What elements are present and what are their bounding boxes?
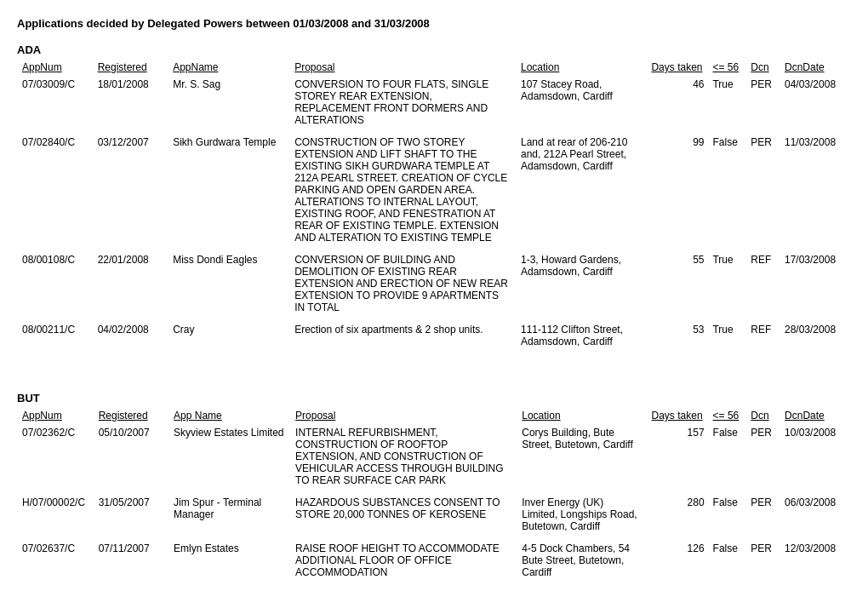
cell-appnum: 08/00108/C: [17, 252, 93, 315]
spacer-row: [17, 488, 851, 495]
cell-days: 280: [647, 495, 708, 534]
cell-proposal: Erection of six apartments & 2 shop unit…: [289, 322, 516, 349]
cell-proposal: INTERNAL REFURBISHMENT, CONSTRUCTION OF …: [290, 425, 517, 488]
cell-le56: True: [707, 252, 745, 315]
col-header-dcn: Dcn: [745, 408, 779, 425]
section-header-ada: ADA: [17, 43, 851, 56]
col-header-days_taken: Days taken: [647, 408, 708, 425]
cell-le56: False: [708, 495, 746, 534]
cell-appname: Mr. S. Sag: [168, 77, 289, 128]
cell-dcn: PER: [745, 495, 779, 534]
col-header-dcndate: DcnDate: [779, 408, 851, 425]
cell-appname: Cray: [168, 322, 289, 349]
cell-appname: Jim Spur - Terminal Manager: [168, 495, 290, 534]
spacer-row: [17, 245, 851, 252]
cell-dcn: PER: [745, 77, 779, 128]
cell-dcn: PER: [745, 541, 779, 580]
col-header-appnum: AppNum: [17, 408, 94, 425]
cell-appname: Sikh Gurdwara Temple: [168, 135, 289, 245]
cell-dcn: PER: [745, 425, 779, 488]
col-header-registered: Registered: [94, 408, 168, 425]
cell-dcndate: 11/03/2008: [779, 135, 851, 245]
cell-dcndate: 10/03/2008: [779, 425, 851, 488]
cell-location: 1-3, Howard Gardens, Adamsdown, Cardiff: [516, 252, 646, 315]
cell-dcndate: 17/03/2008: [779, 252, 851, 315]
cell-appnum: 07/02362/C: [17, 425, 94, 488]
table-row: 08/00211/C04/02/2008CrayErection of six …: [17, 322, 851, 349]
col-header-le56: <= 56: [707, 60, 745, 77]
cell-location: Inver Energy (UK) Limited, Longships Roa…: [517, 495, 646, 534]
col-header-proposal: Proposal: [289, 60, 516, 77]
col-header-dcndate: DcnDate: [779, 60, 851, 77]
cell-registered: 22/01/2008: [93, 252, 168, 315]
cell-appname: Miss Dondi Eagles: [168, 252, 289, 315]
spacer-row: [17, 315, 851, 322]
col-header-appname: App Name: [168, 408, 290, 425]
table-row: 07/02362/C05/10/2007Skyview Estates Limi…: [17, 425, 851, 488]
table-row: 07/02840/C03/12/2007Sikh Gurdwara Temple…: [17, 135, 851, 245]
cell-proposal: HAZARDOUS SUBSTANCES CONSENT TO STORE 20…: [290, 495, 517, 534]
col-header-le56: <= 56: [708, 408, 746, 425]
cell-dcn: PER: [745, 135, 779, 245]
cell-appname: Skyview Estates Limited: [168, 425, 290, 488]
cell-days: 99: [646, 135, 707, 245]
cell-proposal: CONSTRUCTION OF TWO STOREY EXTENSION AND…: [289, 135, 516, 245]
col-header-location: Location: [516, 60, 646, 77]
table-row: 07/02637/C07/11/2007Emlyn EstatesRAISE R…: [17, 541, 851, 580]
cell-appnum: 07/02637/C: [17, 541, 94, 580]
table-row: 08/00108/C22/01/2008Miss Dondi EaglesCON…: [17, 252, 851, 315]
section-table-ada: AppNumRegisteredAppNameProposalLocationD…: [17, 60, 851, 349]
spacer-row: [17, 128, 851, 135]
page-title: Applications decided by Delegated Powers…: [17, 17, 851, 30]
cell-location: Land at rear of 206-210 and, 212A Pearl …: [516, 135, 646, 245]
cell-days: 55: [646, 252, 707, 315]
cell-proposal: CONVERSION TO FOUR FLATS, SINGLE STOREY …: [289, 77, 516, 128]
section-gap: [17, 366, 851, 383]
cell-registered: 03/12/2007: [93, 135, 168, 245]
cell-proposal: RAISE ROOF HEIGHT TO ACCOMMODATE ADDITIO…: [290, 541, 517, 580]
cell-le56: False: [708, 541, 746, 580]
cell-dcndate: 28/03/2008: [779, 322, 851, 349]
section-header-but: BUT: [17, 392, 851, 405]
cell-le56: False: [707, 135, 745, 245]
cell-dcn: REF: [745, 322, 779, 349]
spacer-row: [17, 534, 851, 541]
cell-le56: True: [707, 77, 745, 128]
cell-dcn: REF: [745, 252, 779, 315]
cell-appnum: H/07/00002/C: [17, 495, 94, 534]
cell-location: Corys Building, Bute Street, Butetown, C…: [517, 425, 646, 488]
cell-le56: True: [707, 322, 745, 349]
cell-proposal: CONVERSION OF BUILDING AND DEMOLITION OF…: [289, 252, 516, 315]
cell-appnum: 08/00211/C: [17, 322, 93, 349]
section-table-but: AppNumRegisteredApp NameProposalLocation…: [17, 408, 851, 580]
col-header-dcn: Dcn: [745, 60, 779, 77]
cell-appname: Emlyn Estates: [168, 541, 290, 580]
table-row: H/07/00002/C31/05/2007Jim Spur - Termina…: [17, 495, 851, 534]
cell-days: 157: [647, 425, 708, 488]
cell-le56: False: [708, 425, 746, 488]
cell-location: 4-5 Dock Chambers, 54 Bute Street, Butet…: [517, 541, 646, 580]
cell-registered: 05/10/2007: [94, 425, 168, 488]
col-header-days_taken: Days taken: [646, 60, 707, 77]
cell-days: 126: [647, 541, 708, 580]
cell-dcndate: 04/03/2008: [779, 77, 851, 128]
cell-registered: 04/02/2008: [93, 322, 168, 349]
col-header-proposal: Proposal: [290, 408, 517, 425]
cell-days: 46: [646, 77, 707, 128]
cell-location: 107 Stacey Road, Adamsdown, Cardiff: [516, 77, 646, 128]
cell-appnum: 07/02840/C: [17, 135, 93, 245]
col-header-location: Location: [517, 408, 646, 425]
cell-registered: 31/05/2007: [94, 495, 168, 534]
cell-registered: 07/11/2007: [94, 541, 168, 580]
cell-location: 111-112 Clifton Street, Adamsdown, Cardi…: [516, 322, 646, 349]
cell-days: 53: [646, 322, 707, 349]
cell-dcndate: 06/03/2008: [779, 495, 851, 534]
col-header-appnum: AppNum: [17, 60, 93, 77]
cell-dcndate: 12/03/2008: [779, 541, 851, 580]
col-header-registered: Registered: [93, 60, 168, 77]
table-row: 07/03009/C18/01/2008Mr. S. SagCONVERSION…: [17, 77, 851, 128]
cell-appnum: 07/03009/C: [17, 77, 93, 128]
col-header-appname: AppName: [168, 60, 289, 77]
cell-registered: 18/01/2008: [93, 77, 168, 128]
